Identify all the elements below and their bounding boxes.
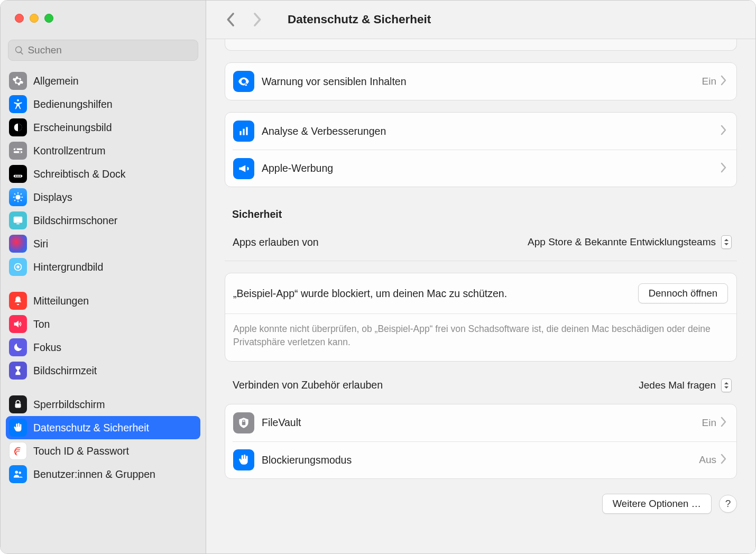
row-label: Warnung vor sensiblen Inhalten: [262, 76, 407, 88]
search-input[interactable]: [27, 44, 192, 56]
blocked-app-panel: „Beispiel-App“ wurde blockiert, um deine…: [225, 273, 737, 362]
sidebar-item-label: Bildschirmschoner: [33, 215, 117, 227]
users-icon: [9, 465, 27, 483]
sidebar-item-label: Erscheinungsbild: [33, 122, 112, 134]
allow-apps-label: Apps erlauben von: [233, 236, 319, 248]
row-filevault[interactable]: FileVault Ein: [225, 404, 736, 441]
help-button[interactable]: ?: [719, 495, 737, 513]
sidebar-item-lockscreen[interactable]: Sperrbildschirm: [6, 393, 200, 416]
back-button[interactable]: [222, 12, 238, 27]
siri-icon: [9, 235, 27, 253]
fingerprint-icon: [9, 442, 27, 460]
svg-line-15: [14, 193, 15, 195]
sidebar-item-sound[interactable]: Ton: [6, 312, 200, 336]
sidebar-item-wallpaper[interactable]: Hintergrundbild: [6, 255, 200, 279]
sidebar-item-label: Mitteilungen: [33, 295, 89, 307]
row-analytics[interactable]: Analyse & Verbesserungen: [225, 113, 736, 150]
forward-button[interactable]: [250, 12, 265, 27]
card-analytics-ads: Analyse & Verbesserungen Apple-Werbung: [225, 112, 737, 187]
accessories-label: Verbinden von Zubehör erlauben: [233, 379, 383, 391]
sidebar-item-label: Benutzer:innen & Gruppen: [33, 468, 155, 481]
stepper-icon: [721, 235, 732, 249]
accessories-value: Jedes Mal fragen: [639, 380, 716, 391]
row-accessories: Verbinden von Zubehör erlauben Jedes Mal…: [225, 367, 737, 404]
control-center-icon: [9, 142, 27, 160]
sidebar-item-label: Kontrollzentrum: [33, 145, 106, 157]
svg-rect-19: [14, 217, 23, 223]
chevron-right-icon: [721, 162, 727, 175]
sidebar-item-privacy-security[interactable]: Datenschutz & Sicherheit: [6, 416, 200, 439]
sidebar-item-label: Hintergrundbild: [33, 261, 103, 273]
sidebar-item-focus[interactable]: Fokus: [6, 336, 200, 359]
sidebar-item-users-groups[interactable]: Benutzer:innen & Gruppen: [6, 463, 200, 486]
chevron-right-icon: [721, 75, 727, 88]
sidebar-item-accessibility[interactable]: Bedienungshilfen: [6, 93, 200, 116]
sidebar-item-touchid[interactable]: Touch ID & Passwort: [6, 439, 200, 463]
megaphone-icon: [233, 158, 254, 179]
svg-rect-20: [16, 224, 20, 225]
sidebar-item-screentime[interactable]: Bildschirmzeit: [6, 359, 200, 382]
svg-rect-26: [239, 131, 241, 135]
hourglass-icon: [9, 362, 27, 380]
sidebar-item-control-center[interactable]: Kontrollzentrum: [6, 139, 200, 162]
chevron-right-icon: [721, 125, 727, 137]
svg-rect-8: [17, 176, 19, 177]
sidebar-item-notifications[interactable]: Mitteilungen: [6, 289, 200, 312]
svg-point-0: [17, 99, 19, 101]
gear-icon: [9, 72, 27, 90]
svg-point-10: [15, 195, 20, 199]
svg-rect-23: [15, 403, 21, 408]
dock-icon: [9, 165, 27, 183]
svg-rect-7: [15, 176, 17, 177]
row-value: Ein: [702, 76, 716, 87]
speaker-icon: [9, 315, 27, 333]
chevron-right-icon: [721, 454, 727, 466]
more-options-button[interactable]: Weitere Optionen …: [602, 494, 712, 514]
sidebar-item-label: Fokus: [33, 341, 61, 354]
displays-icon: [9, 188, 27, 206]
sidebar-item-appearance[interactable]: Erscheinungsbild: [6, 116, 200, 139]
sidebar-item-displays[interactable]: Displays: [6, 186, 200, 209]
row-value: Aus: [699, 454, 716, 466]
svg-rect-3: [14, 151, 23, 153]
open-anyway-button[interactable]: Dennoch öffnen: [638, 283, 728, 303]
security-heading: Sicherheit: [232, 208, 737, 220]
main-pane: Datenschutz & Sicherheit Warnung vor sen…: [206, 1, 755, 553]
card-sensitive: Warnung vor sensiblen Inhalten Ein: [225, 62, 737, 100]
row-apple-ads[interactable]: Apple-Werbung: [233, 150, 736, 187]
partial-card-top: [225, 39, 737, 51]
blocked-description: Apple konnte nicht überprüfen, ob „Beisp…: [225, 313, 736, 361]
svg-point-22: [16, 265, 20, 269]
row-label: Analyse & Verbesserungen: [262, 125, 386, 137]
sidebar-item-siri[interactable]: Siri: [6, 232, 200, 255]
row-sensitive-content[interactable]: Warnung vor sensiblen Inhalten Ein: [225, 63, 736, 100]
sidebar-item-desktop-dock[interactable]: Schreibtisch & Dock: [6, 162, 200, 186]
window-controls: [1, 1, 206, 23]
search-field[interactable]: [8, 40, 198, 61]
minimize-window-button[interactable]: [30, 14, 39, 23]
sidebar-item-label: Siri: [33, 238, 48, 250]
sidebar-item-screensaver[interactable]: Bildschirmschoner: [6, 209, 200, 232]
close-window-button[interactable]: [15, 14, 24, 23]
chevron-right-icon: [721, 417, 727, 429]
svg-rect-9: [20, 176, 21, 177]
svg-point-5: [19, 151, 21, 153]
allow-apps-select[interactable]: App Store & Bekannte Entwicklungsteams: [528, 235, 732, 249]
accessories-select[interactable]: Jedes Mal fragen: [639, 378, 732, 392]
svg-line-18: [21, 193, 22, 195]
search-icon: [14, 45, 24, 56]
svg-line-16: [21, 200, 22, 201]
hand-icon: [233, 449, 254, 470]
row-lockdown[interactable]: Blockierungsmodus Aus: [233, 441, 736, 478]
stepper-icon: [721, 378, 732, 392]
moon-icon: [9, 338, 27, 356]
screensaver-icon: [9, 211, 27, 229]
svg-rect-27: [243, 129, 244, 135]
appearance-icon: [9, 118, 27, 136]
blocked-message: „Beispiel-App“ wurde blockiert, um deine…: [233, 288, 507, 300]
sidebar-item-label: Allgemein: [33, 75, 79, 87]
svg-line-17: [14, 200, 15, 201]
sidebar-item-general[interactable]: Allgemein: [6, 69, 200, 93]
sidebar-item-label: Datenschutz & Sicherheit: [33, 422, 149, 434]
fullscreen-window-button[interactable]: [44, 14, 53, 23]
